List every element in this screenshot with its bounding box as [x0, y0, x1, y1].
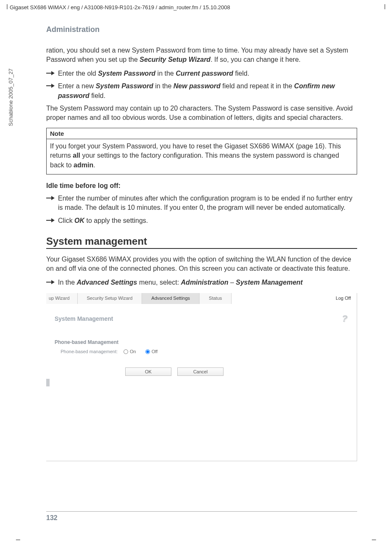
svg-marker-9 — [51, 280, 55, 284]
logoff-link[interactable]: Log Off — [336, 296, 351, 301]
crop-mark — [16, 539, 20, 540]
bullet-text: Enter the number of minutes after which … — [58, 194, 357, 213]
bold-term: System Password — [98, 70, 155, 77]
text: . — [93, 161, 95, 169]
bullet-text: Enter the old System Password in the Cur… — [58, 69, 357, 78]
radio-group: On Off — [124, 349, 158, 354]
bullet-text: Click OK to apply the settings. — [58, 216, 357, 225]
text: In the — [58, 279, 76, 286]
text: field. — [233, 70, 249, 77]
svg-marker-1 — [51, 71, 55, 75]
text: field and repeat it in the — [221, 82, 294, 90]
note-body: If you forget your System Password, you … — [47, 139, 357, 174]
bullet-text: In the Advanced Settings menu, select: A… — [58, 278, 357, 287]
cancel-button[interactable]: Cancel — [177, 367, 224, 376]
tab-security-setup-wizard[interactable]: Security Setup Wizard — [78, 293, 142, 304]
text: to apply the settings. — [84, 217, 148, 224]
bullet-text: Enter a new System Password in the New p… — [58, 82, 357, 100]
text: Enter a new — [58, 82, 96, 90]
text: in the — [153, 82, 174, 90]
bullet-item: In the Advanced Settings menu, select: A… — [46, 278, 357, 287]
screenshot-body: System Management ? Phone-based Manageme… — [46, 304, 357, 383]
section-heading: Administration — [46, 25, 357, 34]
button-row: OK Cancel — [125, 367, 348, 376]
svg-marker-5 — [51, 196, 55, 200]
bold-term: all — [73, 152, 80, 159]
tab-advanced-settings[interactable]: Advanced Settings — [142, 293, 200, 304]
paragraph: Your Gigaset SX686 WiMAX provides you wi… — [46, 255, 357, 274]
note-header: Note — [47, 128, 357, 139]
arrow-right-icon — [46, 196, 58, 201]
bold-term: Current password — [176, 70, 233, 77]
bullet-item: Enter the number of minutes after which … — [46, 194, 357, 213]
text: Enter the old — [58, 70, 98, 77]
bold-term: System Password — [96, 82, 153, 90]
template-name-vertical: Schablone 2005_07_27 — [8, 69, 14, 126]
crop-mark — [7, 4, 8, 9]
h2-heading: System management — [46, 235, 357, 247]
tab-status[interactable]: Status — [200, 293, 232, 304]
bullet-item: Enter a new System Password in the New p… — [46, 82, 357, 100]
note-box: Note If you forget your System Password,… — [46, 128, 357, 174]
panel-title: System Management — [55, 315, 113, 322]
page-content: Administration ration, you should set a … — [46, 25, 357, 461]
radio-on[interactable]: On — [124, 349, 136, 354]
paragraph: The System Password may contain up to 20… — [46, 104, 357, 123]
radio-off-label: Off — [152, 349, 158, 354]
bold-term: Administration — [181, 279, 229, 286]
group-label: Phone-based Management — [55, 339, 348, 345]
bold-term: System Management — [236, 279, 303, 286]
bold-term: admin — [74, 161, 93, 169]
tab-bar: up Wizard Security Setup Wizard Advanced… — [46, 293, 357, 304]
scrollbar-fragment — [46, 379, 50, 386]
svg-marker-7 — [51, 218, 55, 222]
page-number: 132 — [46, 511, 357, 522]
tab-setup-wizard-partial[interactable]: up Wizard — [46, 293, 78, 304]
radio-on-input[interactable] — [124, 349, 128, 354]
text: – — [228, 279, 236, 286]
help-icon[interactable]: ? — [342, 313, 347, 324]
horizontal-rule — [46, 248, 357, 249]
ok-button[interactable]: OK — [125, 367, 171, 376]
text: menu, select: — [137, 279, 181, 286]
document-header-path: Gigaset SX686 WiMAX / eng / A31008-N919-… — [10, 4, 230, 11]
radio-on-label: On — [130, 349, 136, 354]
text: in the — [155, 70, 176, 77]
arrow-right-icon — [46, 71, 58, 76]
radio-off[interactable]: Off — [145, 349, 158, 354]
bullet-item: Enter the old System Password in the Cur… — [46, 69, 357, 78]
text: field. — [89, 92, 105, 99]
text: Click — [58, 217, 74, 224]
crop-mark — [372, 539, 376, 540]
bullet-item: Click OK to apply the settings. — [46, 216, 357, 225]
field-label: Phone-based management: — [55, 349, 124, 354]
bold-term: Advanced Settings — [76, 279, 137, 286]
subheading: Idle time before log off: — [46, 182, 357, 190]
embedded-screenshot: up Wizard Security Setup Wizard Advanced… — [46, 293, 357, 461]
bold-term: Security Setup Wizard — [139, 56, 210, 63]
bold-term: New password — [174, 82, 221, 90]
intro-paragraph: ration, you should set a new System Pass… — [46, 46, 357, 65]
field-row: Phone-based management: On Off — [55, 349, 348, 354]
arrow-right-icon — [46, 218, 58, 223]
text: . If so, you can change it here. — [210, 56, 300, 63]
crop-mark — [384, 4, 385, 9]
bold-term: OK — [74, 217, 84, 224]
arrow-right-icon — [46, 83, 58, 88]
arrow-right-icon — [46, 280, 58, 285]
svg-marker-3 — [51, 84, 55, 88]
radio-off-input[interactable] — [145, 349, 150, 354]
